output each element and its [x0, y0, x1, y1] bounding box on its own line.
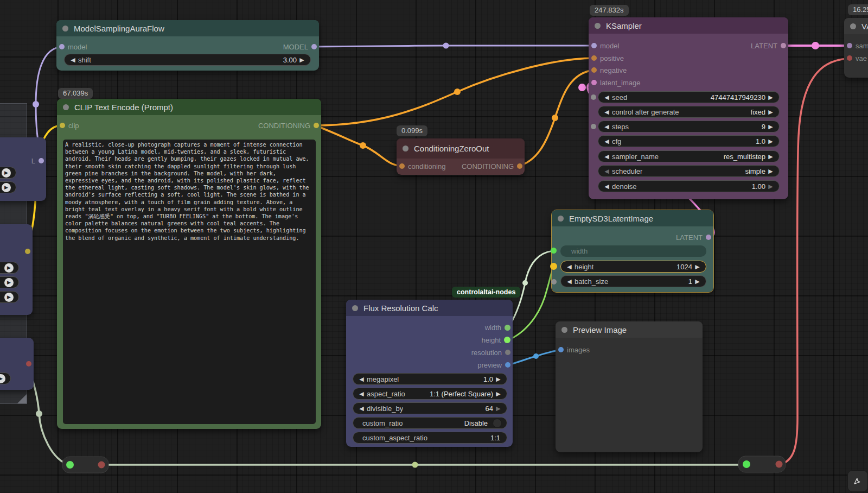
widget-scheduler[interactable]: ◀schedulersimple▶ [598, 165, 780, 177]
node-vae-decode[interactable]: VAE Decode samples vae [844, 18, 868, 78]
increment-arrow-icon[interactable]: ▶ [767, 183, 774, 190]
collapse-dot-icon[interactable] [561, 327, 567, 333]
output-dot[interactable] [781, 43, 786, 48]
increment-arrow-icon[interactable]: ▶ [2, 183, 11, 192]
widget-partial[interactable]: ▶ [0, 262, 19, 274]
link-dot[interactable] [578, 84, 586, 91]
output-slot-preview[interactable]: preview [477, 359, 510, 371]
output-slot-width[interactable]: width [485, 321, 510, 333]
increment-arrow-icon[interactable]: ▶ [767, 94, 774, 101]
collapse-dot-icon[interactable] [558, 216, 564, 222]
reroute-left-out-dot[interactable] [98, 462, 105, 469]
collapse-dot-icon[interactable] [352, 305, 358, 311]
output-slot-latent[interactable]: LATENT [676, 231, 711, 243]
node-emptysd3latentimage[interactable]: EmptySD3LatentImage LATENT width ◀height… [552, 210, 713, 292]
output-dot[interactable] [505, 350, 510, 355]
link-dot[interactable] [812, 42, 819, 49]
input-dot[interactable] [399, 163, 405, 169]
input-dot[interactable] [60, 123, 65, 128]
collapse-dot-icon[interactable] [850, 23, 856, 29]
input-slot-vae[interactable]: vae [847, 52, 867, 64]
toggle-knob-icon[interactable] [493, 419, 502, 428]
node-header[interactable]: ConditioningZeroOut [397, 138, 525, 159]
input-dot[interactable] [847, 43, 852, 48]
increment-arrow-icon[interactable]: ▶ [694, 263, 701, 270]
decrement-arrow-icon[interactable]: ◀ [358, 376, 365, 383]
increment-arrow-icon[interactable]: ▶ [767, 109, 774, 116]
widget-cfg[interactable]: ◀cfg1.0▶ [598, 135, 780, 147]
increment-arrow-icon[interactable]: ▶ [4, 278, 14, 287]
decrement-arrow-icon[interactable]: ◀ [566, 263, 573, 270]
link-dot[interactable] [412, 462, 418, 468]
input-slot-images[interactable]: images [558, 344, 590, 356]
output-slot-vae[interactable] [26, 358, 31, 370]
node-ksampler[interactable]: KSampler model positive negative latent_… [589, 17, 788, 199]
output-dot[interactable] [26, 361, 31, 366]
increment-arrow-icon[interactable]: ▶ [4, 293, 14, 302]
output-slot-height[interactable]: height [482, 334, 510, 346]
input-slot-conditioning[interactable]: conditioning [399, 160, 445, 172]
node-header[interactable]: ModelSamplingAuraFlow [56, 20, 319, 36]
increment-arrow-icon[interactable]: ▶ [298, 56, 305, 64]
node-clip-text-encode[interactable]: CLIP Text Encode (Prompt) clip CONDITION… [57, 99, 321, 429]
node-graph-canvas[interactable]: ModelSamplingAuraFlow model MODEL ◀ shif… [0, 0, 868, 493]
widget-sampler-name[interactable]: ◀sampler_nameres_multistep▶ [598, 150, 780, 162]
output-dot[interactable] [505, 362, 510, 368]
input-slot-negative[interactable]: negative [591, 64, 627, 76]
decrement-arrow-icon[interactable]: ◀ [603, 168, 610, 175]
increment-arrow-icon[interactable]: ▶ [767, 123, 774, 130]
widget-partial[interactable]: ▶ [0, 372, 11, 384]
widget-divisible-by[interactable]: ◀divisible_by64▶ [353, 402, 507, 414]
link-dot[interactable] [533, 353, 539, 359]
output-slot-model[interactable]: L [31, 155, 44, 167]
widget-width-slot[interactable]: width [560, 245, 706, 257]
widget-custom-aspect-ratio[interactable]: custom_aspect_ratio1:1 [353, 432, 507, 444]
decrement-arrow-icon[interactable]: ◀ [69, 56, 76, 64]
decrement-arrow-icon[interactable]: ◀ [603, 138, 610, 145]
output-dot[interactable] [25, 249, 30, 254]
increment-arrow-icon[interactable]: ▶ [495, 376, 502, 383]
increment-arrow-icon[interactable]: ▶ [767, 153, 774, 160]
node-conditioningzeroout[interactable]: ConditioningZeroOut conditioning CONDITI… [397, 138, 525, 175]
widget-batch-size[interactable]: ◀batch_size1▶ [560, 275, 706, 287]
cursor-tool-button[interactable] [847, 470, 868, 492]
collapse-dot-icon[interactable] [62, 26, 68, 31]
output-dot[interactable] [39, 158, 44, 163]
widget-megapixel[interactable]: ◀megapixel1.0▶ [353, 373, 507, 385]
decrement-arrow-icon[interactable]: ◀ [358, 390, 365, 397]
increment-arrow-icon[interactable]: ▶ [767, 168, 774, 175]
widget-partial[interactable]: ▶ [0, 276, 19, 288]
link-dot[interactable] [36, 410, 42, 417]
increment-arrow-icon[interactable]: ▶ [0, 374, 5, 383]
input-slot-clip[interactable]: clip [60, 119, 79, 131]
input-slot-samples[interactable]: samples [847, 40, 868, 52]
input-dot[interactable] [59, 44, 65, 49]
node-vae-loader-partial[interactable]: ▶ [0, 338, 34, 390]
node-flux-resolution-calc[interactable]: Flux Resolution Calc width height resolu… [346, 300, 513, 447]
widget-control-after-generate[interactable]: ◀control after generatefixed▶ [598, 106, 780, 118]
input-dot[interactable] [591, 43, 597, 48]
node-modelsamplingauraflow[interactable]: ModelSamplingAuraFlow model MODEL ◀ shif… [56, 20, 319, 71]
widget-partial[interactable]: ▶ [0, 291, 19, 303]
widget-partial[interactable]: ▶ [0, 167, 16, 179]
decrement-arrow-icon[interactable]: ◀ [603, 123, 610, 130]
collapse-dot-icon[interactable] [63, 104, 69, 110]
increment-arrow-icon[interactable]: ▶ [4, 263, 14, 273]
output-dot[interactable] [314, 123, 319, 128]
output-slot-model[interactable]: MODEL [283, 41, 317, 53]
increment-arrow-icon[interactable]: ▶ [495, 390, 502, 397]
steps-input-dot[interactable] [591, 124, 596, 129]
output-dot[interactable] [311, 44, 317, 49]
node-header[interactable]: KSampler [589, 17, 788, 34]
output-dot[interactable] [706, 235, 711, 240]
decrement-arrow-icon[interactable]: ◀ [358, 405, 365, 412]
node-header[interactable]: EmptySD3LatentImage [552, 210, 713, 226]
decrement-arrow-icon[interactable]: ◀ [603, 153, 610, 160]
increment-arrow-icon[interactable]: ▶ [694, 278, 701, 285]
widget-aspect-ratio[interactable]: ◀aspect_ratio1:1 (Perfect Square)▶ [353, 388, 507, 400]
decrement-arrow-icon[interactable]: ◀ [603, 109, 610, 116]
output-dot[interactable] [504, 337, 510, 343]
output-slot-conditioning[interactable]: CONDITIONING [462, 160, 522, 172]
widget-shift[interactable]: ◀ shift 3.00 ▶ [64, 54, 311, 66]
increment-arrow-icon[interactable]: ▶ [767, 138, 774, 145]
